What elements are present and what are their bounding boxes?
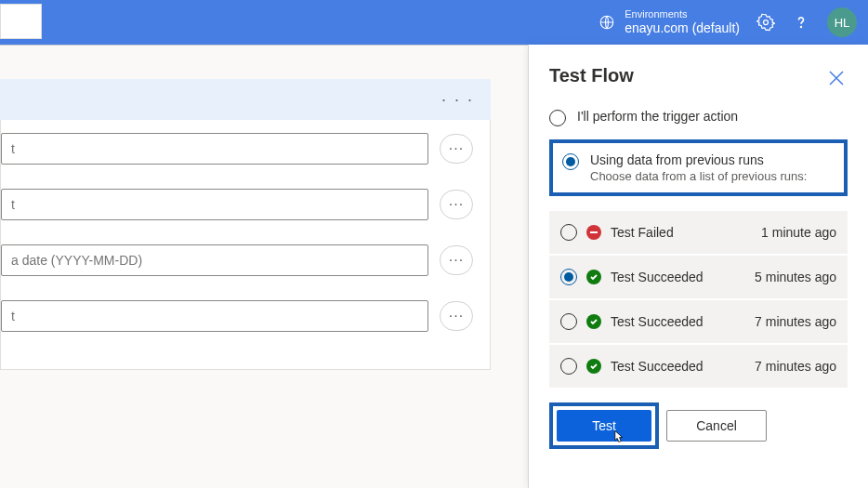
status-success-icon — [586, 359, 601, 374]
radio-icon-selected — [562, 153, 579, 170]
run-label: Test Succeeded — [611, 270, 745, 284]
previous-runs-list: Test Failed1 minute agoTest Succeeded5 m… — [549, 211, 848, 389]
radio-icon — [560, 224, 577, 241]
radio-icon — [560, 358, 577, 375]
radio-option-manual[interactable]: I'll perform the trigger action — [549, 103, 848, 132]
date-input[interactable] — [1, 244, 428, 276]
field-row: ··· — [1, 244, 473, 276]
field-more-button[interactable]: ··· — [440, 134, 473, 164]
svg-point-1 — [764, 20, 769, 25]
field-more-button[interactable]: ··· — [440, 245, 473, 275]
flow-designer-area: · · · ··· ··· ··· ··· — [0, 45, 529, 488]
run-label: Test Failed — [611, 225, 752, 240]
status-failed-icon — [586, 225, 601, 240]
run-label: Test Succeeded — [611, 359, 745, 374]
field-row: ··· — [1, 300, 473, 332]
run-item[interactable]: Test Succeeded5 minutes ago — [549, 256, 848, 300]
text-input-1[interactable] — [1, 133, 428, 165]
run-item[interactable]: Test Failed1 minute ago — [549, 211, 848, 256]
radio-icon — [560, 313, 577, 330]
flow-step-card: · · · ··· ··· ··· ··· — [0, 79, 491, 370]
field-more-button[interactable]: ··· — [440, 301, 473, 331]
field-more-button[interactable]: ··· — [440, 190, 473, 219]
help-icon[interactable] — [792, 13, 810, 32]
run-time: 5 minutes ago — [755, 270, 836, 284]
run-time: 7 minutes ago — [755, 314, 836, 329]
test-flow-panel: Test Flow I'll perform the trigger actio… — [529, 45, 868, 488]
environment-picker[interactable]: Environments enayu.com (default) — [598, 8, 740, 36]
environment-value: enayu.com (default) — [625, 20, 740, 36]
globe-icon — [598, 14, 615, 31]
search-box-partial[interactable] — [0, 4, 42, 39]
radio-icon — [560, 269, 577, 285]
run-item[interactable]: Test Succeeded7 minutes ago — [549, 345, 848, 389]
app-header: Environments enayu.com (default) HL — [0, 0, 868, 45]
close-icon[interactable] — [825, 67, 848, 89]
svg-point-2 — [801, 27, 802, 28]
panel-title: Test Flow — [549, 65, 848, 86]
radio-icon — [549, 110, 566, 126]
radio-sublabel: Choose data from a list of previous runs… — [590, 169, 807, 183]
radio-label: I'll perform the trigger action — [577, 109, 738, 124]
settings-icon[interactable] — [756, 13, 775, 32]
text-input-4[interactable] — [1, 300, 428, 332]
field-row: ··· — [1, 133, 473, 165]
run-item[interactable]: Test Succeeded7 minutes ago — [549, 300, 848, 345]
run-time: 1 minute ago — [761, 225, 836, 240]
radio-option-previous-runs[interactable]: Using data from previous runs Choose dat… — [562, 151, 835, 185]
annotation-highlight: Test — [549, 402, 659, 449]
card-header: · · · — [0, 79, 491, 120]
card-menu-icon[interactable]: · · · — [441, 90, 474, 110]
panel-buttons: Test Cancel — [549, 402, 848, 449]
environment-label: Environments — [625, 8, 740, 20]
annotation-highlight: Using data from previous runs Choose dat… — [549, 139, 848, 196]
test-button[interactable]: Test — [557, 410, 651, 442]
cancel-button[interactable]: Cancel — [666, 410, 767, 442]
field-row: ··· — [1, 189, 473, 220]
status-success-icon — [586, 270, 601, 284]
run-time: 7 minutes ago — [755, 359, 836, 374]
svg-rect-3 — [590, 231, 598, 233]
radio-label: Using data from previous runs — [590, 152, 807, 167]
status-success-icon — [586, 314, 601, 329]
user-avatar[interactable]: HL — [827, 7, 857, 37]
text-input-2[interactable] — [1, 189, 428, 220]
run-label: Test Succeeded — [611, 314, 745, 329]
